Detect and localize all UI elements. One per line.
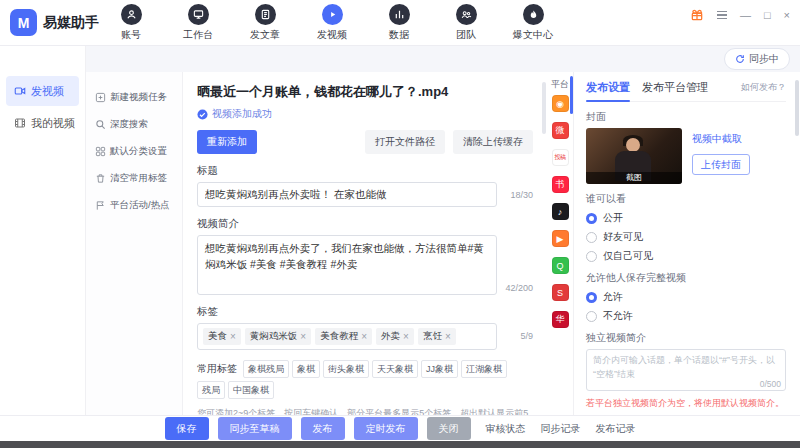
platform-icon-9[interactable]: 华 (552, 311, 569, 328)
allow-save-option-yes[interactable]: 允许 (586, 290, 786, 304)
upload-status-label: 视频添加成功 (212, 107, 272, 121)
tag-label: 烹饪 (423, 330, 442, 343)
common-tag[interactable]: 江湖象棋 (461, 360, 507, 378)
tab-platform-management[interactable]: 发布平台管理 (642, 80, 708, 95)
submenu-new-video-task[interactable]: 新建视频任务 (86, 84, 182, 111)
monitor-icon (188, 4, 209, 25)
re-add-button[interactable]: 重新添加 (197, 130, 257, 154)
remove-tag-icon[interactable]: × (300, 332, 306, 342)
platform-icon-2[interactable]: 微 (552, 122, 569, 139)
common-tag[interactable]: 残局 (197, 381, 225, 399)
tag-chip[interactable]: 美食教程× (315, 328, 372, 345)
capture-from-video-link[interactable]: 视频中截取 (692, 132, 750, 146)
common-tag[interactable]: 象棋残局 (243, 360, 289, 378)
nav-data[interactable]: 数据 (376, 4, 422, 42)
sync-to-draft-button[interactable]: 同步至草稿 (218, 417, 292, 440)
remove-tag-icon[interactable]: × (230, 332, 236, 342)
nav-publish-video[interactable]: 发视频 (309, 4, 355, 42)
video-file-title: 晒最近一个月账单，钱都花在哪儿了？.mp4 (197, 83, 533, 101)
scheduled-publish-button[interactable]: 定时发布 (354, 417, 418, 440)
tag-chip[interactable]: 美食× (203, 328, 241, 345)
radio-selected-icon (586, 213, 597, 224)
upload-status: 视频添加成功 (197, 107, 533, 121)
nav-publish-article[interactable]: 发文章 (242, 4, 288, 42)
team-icon (456, 4, 477, 25)
submenu-default-category-settings[interactable]: 默认分类设置 (86, 138, 182, 165)
submenu-label: 深度搜索 (110, 118, 148, 131)
platform-icon-7[interactable]: Q (552, 257, 569, 274)
remove-tag-icon[interactable]: × (361, 332, 367, 342)
main-scrollbar[interactable] (542, 82, 546, 134)
tag-chip[interactable]: 黄焖鸡米饭× (245, 328, 311, 345)
close-button[interactable]: 关闭 (427, 417, 471, 440)
how-to-publish-link[interactable]: 如何发布？ (741, 81, 786, 94)
platform-icon-4[interactable]: 书 (552, 176, 569, 193)
publish-records-link[interactable]: 发布记录 (596, 422, 636, 436)
remove-tag-icon[interactable]: × (403, 332, 409, 342)
independent-desc-textarea[interactable] (586, 349, 786, 391)
menu-icon[interactable] (717, 11, 727, 20)
video-edit-panel: 晒最近一个月账单，钱都花在哪儿了？.mp4 视频添加成功 重新添加 打开文件路径… (183, 72, 547, 415)
submenu-clear-common-tags[interactable]: 清空常用标签 (86, 165, 182, 192)
nav-account[interactable]: 账号 (108, 4, 154, 42)
user-icon (121, 4, 142, 25)
review-status-link[interactable]: 审核状态 (486, 422, 526, 436)
close-icon[interactable]: × (784, 8, 790, 22)
video-camera-icon (14, 85, 26, 97)
top-bar: M 易媒助手 账号 工作台 发文章 发视频 数据 (0, 0, 800, 46)
tab-publish-settings[interactable]: 发布设置 (586, 80, 630, 95)
common-tag[interactable]: 街头象棋 (323, 360, 369, 378)
cover-thumbnail[interactable]: 截图 (586, 128, 682, 184)
common-tag[interactable]: JJ象棋 (421, 360, 458, 378)
platform-icon-3[interactable]: 投稿 (552, 149, 569, 166)
tag-chip[interactable]: 烹饪× (418, 328, 456, 345)
publish-button[interactable]: 发布 (301, 417, 345, 440)
common-tag[interactable]: 中国象棋 (228, 381, 274, 399)
minimize-icon[interactable]: — (740, 8, 751, 22)
platform-icon-1[interactable]: ◉ (552, 95, 569, 112)
check-circle-icon (197, 109, 208, 120)
independent-desc-note: 若平台独立视频简介为空，将使用默认视频简介。 (586, 397, 786, 410)
nav-workbench[interactable]: 工作台 (175, 4, 221, 42)
open-file-path-button[interactable]: 打开文件路径 (365, 130, 445, 154)
submenu-deep-search[interactable]: 深度搜索 (86, 111, 182, 138)
platform-strip-scrollbar[interactable] (570, 76, 573, 114)
sync-status-button[interactable]: 同步中 (724, 48, 790, 70)
tags-help-text: 您可添加2~9个标签，按回车键确认。部分平台最多显示5个标签，超出默认显示前5个… (197, 407, 533, 415)
nav-label: 团队 (456, 28, 476, 42)
sync-row: 同步中 (86, 46, 800, 72)
remove-tag-icon[interactable]: × (445, 332, 451, 342)
sidebar-item-publish-video[interactable]: 发视频 (6, 76, 79, 106)
submenu-label: 新建视频任务 (110, 91, 167, 104)
visibility-option-public[interactable]: 公开 (586, 211, 786, 225)
upload-cover-button[interactable]: 上传封面 (692, 154, 750, 175)
platform-icon-6[interactable]: ▶ (552, 230, 569, 247)
submenu-label: 默认分类设置 (110, 145, 167, 158)
tags-input-box[interactable]: 美食× 黄焖鸡米饭× 美食教程× 外卖× 烹饪× (197, 323, 497, 350)
video-desc-textarea[interactable]: 想吃黄焖鸡别再点外卖了，我们在家也能做，方法很简单#黄焖鸡米饭 #美食 #美食教… (197, 235, 497, 295)
independent-desc-counter: 0/500 (760, 379, 781, 389)
submenu-label: 平台活动/热点 (110, 199, 170, 212)
maximize-icon[interactable]: □ (764, 8, 771, 22)
video-title-input[interactable] (197, 182, 497, 207)
platform-icon-8[interactable]: S (552, 284, 569, 301)
allow-save-option-no[interactable]: 不允许 (586, 309, 786, 323)
gift-icon[interactable] (690, 8, 704, 22)
common-tag[interactable]: 天天象棋 (372, 360, 418, 378)
clear-upload-cache-button[interactable]: 清除上传缓存 (453, 130, 533, 154)
right-panel-scrollbar[interactable] (795, 80, 799, 136)
nav-hot-center[interactable]: 爆文中心 (510, 4, 556, 42)
flame-icon (523, 4, 544, 25)
submenu-platform-activity[interactable]: 平台活动/热点 (86, 192, 182, 219)
publish-tabs: 发布设置 发布平台管理 如何发布？ (586, 80, 786, 102)
save-button[interactable]: 保存 (165, 417, 209, 440)
visibility-option-private[interactable]: 仅自己可见 (586, 249, 786, 263)
visibility-option-friends[interactable]: 好友可见 (586, 230, 786, 244)
tag-chip[interactable]: 外卖× (376, 328, 414, 345)
nav-team[interactable]: 团队 (443, 4, 489, 42)
platform-icon-5[interactable]: ♪ (552, 203, 569, 220)
sidebar-item-my-videos[interactable]: 我的视频 (6, 108, 79, 138)
sync-records-link[interactable]: 同步记录 (541, 422, 581, 436)
nav-label: 发文章 (250, 28, 280, 42)
common-tag[interactable]: 象棋 (292, 360, 320, 378)
